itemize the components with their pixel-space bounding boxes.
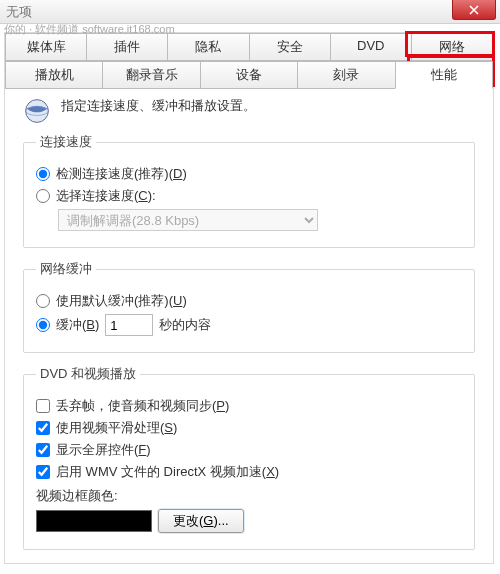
label-border-color: 视频边框颜色: — [36, 487, 118, 505]
globe-icon — [23, 97, 51, 125]
label-detect-speed: 检测连接速度(推荐)(D) — [56, 165, 187, 183]
combo-connection-speed[interactable]: 调制解调器(28.8 Kbps) — [58, 209, 318, 231]
tab-strip: 媒体库 插件 隐私 安全 DVD 网络 播放机 翻录音乐 设备 刻录 性能 — [5, 33, 493, 85]
label-drop-frames: 丢弃帧，使音频和视频同步(P) — [56, 397, 229, 415]
legend-buffering: 网络缓冲 — [36, 260, 96, 278]
tab-security[interactable]: 安全 — [249, 33, 331, 61]
label-buffer-unit: 秒的内容 — [159, 316, 211, 334]
label-select-speed: 选择连接速度(C): — [56, 187, 156, 205]
legend-dvd: DVD 和视频播放 — [36, 365, 140, 383]
check-drop-frames[interactable] — [36, 399, 50, 413]
tab-plugins[interactable]: 插件 — [86, 33, 168, 61]
tab-dvd[interactable]: DVD — [330, 33, 412, 61]
check-video-smoothing[interactable] — [36, 421, 50, 435]
window-title: 无项 — [6, 3, 32, 21]
tab-rip-music[interactable]: 翻录音乐 — [102, 61, 200, 89]
intro-row: 指定连接速度、缓冲和播放设置。 — [23, 97, 475, 125]
radio-detect-speed[interactable] — [36, 167, 50, 181]
input-buffer-seconds[interactable] — [105, 314, 153, 336]
label-default-buffer: 使用默认缓冲(推荐)(U) — [56, 292, 187, 310]
intro-text: 指定连接速度、缓冲和播放设置。 — [61, 97, 256, 115]
swatch-border-color — [36, 510, 152, 532]
label-directx-accel: 启用 WMV 文件的 DirectX 视频加速(X) — [56, 463, 279, 481]
tab-devices[interactable]: 设备 — [200, 61, 298, 89]
options-panel: 媒体库 插件 隐私 安全 DVD 网络 播放机 翻录音乐 设备 刻录 性能 指定… — [4, 32, 494, 564]
radio-custom-buffer[interactable] — [36, 318, 50, 332]
tab-privacy[interactable]: 隐私 — [167, 33, 249, 61]
legend-connection: 连接速度 — [36, 133, 96, 151]
tab-content: 指定连接速度、缓冲和播放设置。 连接速度 检测连接速度(推荐)(D) 选择连接速… — [5, 85, 493, 572]
tab-network[interactable]: 网络 — [411, 33, 493, 61]
radio-default-buffer[interactable] — [36, 294, 50, 308]
tab-player[interactable]: 播放机 — [5, 61, 103, 89]
check-fullscreen-controls[interactable] — [36, 443, 50, 457]
group-dvd-video: DVD 和视频播放 丢弃帧，使音频和视频同步(P) 使用视频平滑处理(S) 显示… — [23, 365, 475, 550]
check-directx-accel[interactable] — [36, 465, 50, 479]
tab-burn[interactable]: 刻录 — [297, 61, 395, 89]
close-button[interactable] — [452, 0, 496, 20]
tab-media-library[interactable]: 媒体库 — [5, 33, 87, 61]
label-custom-buffer: 缓冲(B) — [56, 316, 99, 334]
tab-performance[interactable]: 性能 — [395, 61, 493, 89]
watermark-text: 你的 · 软件频道 software.it168.com — [4, 22, 175, 37]
group-connection-speed: 连接速度 检测连接速度(推荐)(D) 选择连接速度(C): 调制解调器(28.8… — [23, 133, 475, 248]
titlebar: 无项 — [0, 0, 500, 24]
close-icon — [469, 5, 479, 15]
group-network-buffering: 网络缓冲 使用默认缓冲(推荐)(U) 缓冲(B) 秒的内容 — [23, 260, 475, 353]
label-video-smoothing: 使用视频平滑处理(S) — [56, 419, 177, 437]
radio-select-speed[interactable] — [36, 189, 50, 203]
label-fullscreen-controls: 显示全屏控件(F) — [56, 441, 151, 459]
button-change-color[interactable]: 更改(G)... — [158, 509, 244, 533]
